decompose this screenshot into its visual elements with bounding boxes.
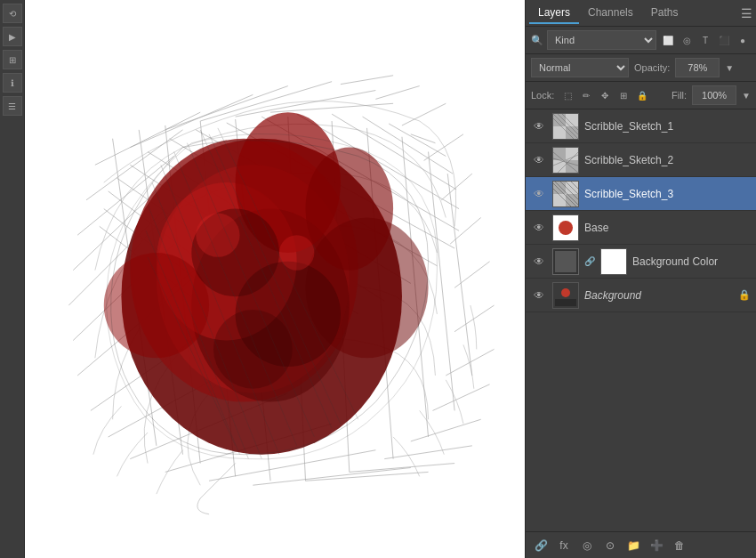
canvas-area [25,0,525,558]
adjustment-btn[interactable]: ⊙ [600,536,620,555]
svg-rect-84 [566,114,578,126]
fill-dropdown-btn[interactable]: ▼ [742,91,751,101]
layer-lock-icon: 🔒 [738,289,751,301]
toolbar-icon-4[interactable]: ℹ [3,73,22,93]
filter-shape-btn[interactable]: ⬛ [716,32,732,48]
layer-item-base[interactable]: 👁 Base [526,211,756,245]
layer-visibility-scribble-sketch-1[interactable]: 👁 [531,118,547,134]
filter-icon: 🔍 [531,35,543,46]
layer-name-base: Base [584,222,751,234]
layer-name-scribble-sketch-2: Scribble_Sketch_2 [584,154,751,166]
lock-position-btn[interactable]: ✥ [597,87,613,103]
lock-image-btn[interactable]: ✏ [578,87,594,103]
layer-thumb-scribble-sketch-2 [552,147,579,174]
artwork [25,0,525,558]
layer-thumb-background-color-mask [600,248,627,275]
toolbar-icon-1[interactable]: ⟲ [3,4,22,23]
layers-bottom: 🔗 fx ◎ ⊙ 📁 ➕ 🗑 [526,531,756,558]
filter-kind-select[interactable]: Kind [547,30,656,50]
fill-input[interactable] [692,85,736,105]
layer-thumb-scribble-sketch-1 [552,113,579,140]
layer-item-scribble-sketch-3[interactable]: 👁 Scribble_Sketch [526,177,756,211]
svg-rect-102 [566,194,578,206]
layer-visibility-scribble-sketch-3[interactable]: 👁 [531,186,547,202]
right-panel: Layers Channels Paths ☰ 🔍 Kind ⬜ ◎ T ⬛ ●… [525,0,756,558]
layer-name-background: Background [584,289,733,302]
filter-icons: ⬜ ◎ T ⬛ ● [660,32,751,48]
lock-icons: ⬚ ✏ ✥ ⊞ 🔒 [559,87,650,103]
fill-label: Fill: [672,90,687,101]
layer-thumb-scribble-sketch-3 [552,181,579,207]
filter-pixel-btn[interactable]: ⬜ [660,32,676,48]
svg-rect-113 [555,299,576,306]
svg-rect-85 [553,126,566,139]
lock-all-btn[interactable]: 🔒 [634,87,650,103]
layer-visibility-scribble-sketch-2[interactable]: 👁 [531,152,547,168]
toolbar-icon-3[interactable]: ⊞ [3,50,22,69]
left-toolbar: ⟲ ▶ ⊞ ℹ ☰ [0,0,25,558]
layer-style-btn[interactable]: fx [554,536,574,555]
tab-channels[interactable]: Channels [579,3,642,24]
group-btn[interactable]: 📁 [623,536,643,555]
svg-point-66 [104,253,209,358]
layer-visibility-base[interactable]: 👁 [531,220,547,236]
link-layers-btn[interactable]: 🔗 [531,536,551,555]
lock-transparent-btn[interactable]: ⬚ [559,87,575,103]
svg-rect-110 [555,251,576,272]
tab-paths[interactable]: Paths [642,3,688,24]
blend-mode-select[interactable]: Normal [531,58,629,77]
layer-visibility-background-color[interactable]: 👁 [531,254,547,270]
layer-visibility-background[interactable]: 👁 [531,287,547,303]
layer-item-background-color[interactable]: 👁 🔗 Background Color [526,245,756,279]
layer-thumb-background [552,282,579,309]
tab-layers[interactable]: Layers [529,3,579,24]
filter-adjust-btn[interactable]: ◎ [679,32,695,48]
lock-label: Lock: [531,90,554,101]
blend-row: Normal Opacity: ▼ [526,54,756,82]
panel-menu-icon[interactable]: ☰ [741,6,752,20]
layer-thumb-background-color-link [552,248,579,275]
layer-name-background-color: Background Color [632,255,751,268]
lock-artboard-btn[interactable]: ⊞ [615,87,631,103]
mask-btn[interactable]: ◎ [577,536,597,555]
filter-row: 🔍 Kind ⬜ ◎ T ⬛ ● [526,27,756,54]
svg-point-112 [561,288,570,297]
opacity-label: Opacity: [634,62,670,73]
toolbar-icon-5[interactable]: ☰ [3,96,22,116]
layer-item-scribble-sketch-2[interactable]: 👁 Scribble_Sketch_2 [526,143,756,177]
svg-rect-101 [553,194,566,206]
layer-item-scribble-sketch-1[interactable]: 👁 Scribble_Sketch_1 [526,109,756,143]
new-layer-btn[interactable]: ➕ [647,536,666,555]
layer-chain-icon: 🔗 [584,256,595,266]
opacity-dropdown-btn[interactable]: ▼ [725,63,734,73]
panel-tabs: Layers Channels Paths ☰ [526,0,756,27]
layer-thumb-base [552,214,579,241]
layer-item-background[interactable]: 👁 Background 🔒 [526,279,756,312]
delete-layer-btn[interactable]: 🗑 [670,536,689,555]
toolbar-icon-2[interactable]: ▶ [3,27,22,46]
svg-rect-94 [566,160,578,173]
layers-list: 👁 Scribble_Sketch_1 � [526,109,756,531]
opacity-input[interactable] [675,58,720,77]
layer-name-scribble-sketch-1: Scribble_Sketch_1 [584,120,751,133]
svg-rect-99 [553,182,566,194]
filter-type-btn[interactable]: T [697,32,713,48]
lock-row: Lock: ⬚ ✏ ✥ ⊞ 🔒 Fill: ▼ [526,82,756,109]
base-thumb-red-dot [559,221,573,235]
svg-point-72 [279,235,314,270]
filter-smart-btn[interactable]: ● [735,32,751,48]
svg-point-70 [213,310,293,389]
layer-name-scribble-sketch-3: Scribble_Sketch_3 [584,188,751,200]
